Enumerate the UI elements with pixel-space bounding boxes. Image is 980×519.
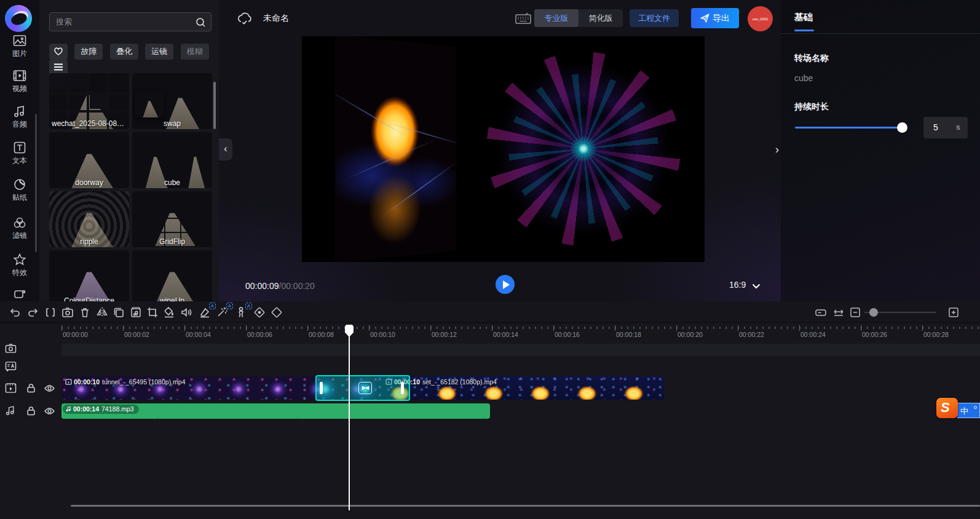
cloud-sync-icon[interactable] [237,11,253,25]
transition-item-wechat[interactable]: wechat_2025-08-08_1... [49,73,129,129]
empty-track-lane[interactable] [61,344,980,356]
search-icon[interactable] [196,17,206,28]
duration-slider[interactable] [795,127,903,129]
sidebar-item-images[interactable]: 图片 [0,34,39,66]
library-scrollbar[interactable] [213,82,216,129]
fit-timeline-button[interactable] [832,306,845,319]
video-preview-canvas[interactable] [302,36,705,262]
sidebar-scrollbar[interactable] [35,114,37,252]
transition-item-ripple[interactable]: ripple [49,191,129,247]
duplicate-button[interactable] [113,306,125,319]
delete-button[interactable] [79,306,91,319]
sidebar-item-audio[interactable]: 音频 [0,105,39,137]
audio-clip[interactable]: 00:00:1474188.mp3 [61,403,490,419]
timeline-ruler[interactable] [61,327,980,329]
star-icon [13,253,26,266]
export-button[interactable]: 导出 [691,8,739,28]
ai-badge: A [209,303,216,309]
transition-icon: ▶◀ [358,382,372,394]
track-view-button[interactable] [815,306,827,319]
track-headers [0,323,59,446]
user-avatar[interactable]: user_00001 [748,6,773,31]
filter-chip-camera-move[interactable]: 运镜 [145,44,173,60]
video-clip-sunset[interactable]: 00:00:10set_-_65182 (1080p).mp4 [377,376,664,400]
play-button[interactable] [496,275,515,294]
sidebar-item-videos[interactable]: 视频 [0,69,39,101]
record-track-icon[interactable] [5,343,17,356]
redo-button[interactable] [27,306,39,319]
ai-badge: A [245,303,252,309]
tab-basic[interactable]: 基础 [794,12,813,23]
chroma-fill-button[interactable] [163,306,175,319]
ai-badge: A [226,303,233,309]
timeline-zoom-slider[interactable] [864,312,936,313]
expand-panel-button[interactable]: › [771,140,783,159]
main-sidebar: 图片 视频 音频 文本 贴纸 滤镜 特效 [0,0,39,301]
sticker-icon [14,178,26,191]
search-input[interactable] [50,13,185,31]
preview-area: 未命名 专业版 简化版 工程文件 导出 user_00001 00:00:09/… [219,0,781,301]
favorites-chip[interactable] [49,44,68,60]
filter-chip-blur[interactable]: 模糊 [181,44,209,60]
zoom-in-button[interactable] [947,306,960,319]
sidebar-item-text[interactable]: 文本 [0,141,39,173]
snapshot-button[interactable] [61,306,74,319]
aspect-ratio-select[interactable]: 16:9 [729,280,761,290]
pro-mode-tab[interactable]: 专业版 [534,9,579,27]
ruler-label: 00:00:20 [678,331,703,338]
transition-name-label: 转场名称 [794,53,829,64]
transition-item-doorway[interactable]: doorway [49,132,129,188]
filter-chip-dissolve[interactable]: 叠化 [110,44,138,60]
audio-track-visibility-icon[interactable] [44,406,55,418]
crop-button[interactable] [146,306,159,319]
zoom-out-button[interactable] [849,306,861,319]
playhead-handle[interactable] [345,325,354,337]
keyboard-shortcuts-icon[interactable] [515,12,531,25]
transition-item-gridflip[interactable]: GridFlip [132,191,212,247]
simple-mode-tab[interactable]: 简化版 [579,9,623,27]
keyframe-button[interactable] [271,306,283,319]
transition-item-colourdistance[interactable]: ColourDistance [49,250,129,301]
ruler-label: 00:00:12 [432,331,457,338]
ruler-label: 00:00:16 [555,331,580,338]
playhead-line[interactable] [349,325,350,510]
transition-right-handle[interactable] [401,382,404,394]
project-files-button[interactable]: 工程文件 [630,9,679,27]
subtitle-track-icon[interactable] [5,361,17,374]
timeline-horizontal-scrollbar[interactable] [71,505,980,507]
video-track-icon[interactable] [5,382,17,396]
project-title[interactable]: 未命名 [263,13,289,24]
transition-item-cube[interactable]: cube [132,132,212,188]
sunset-glow [335,36,456,262]
transition-item-wipeup[interactable]: wipeUp [132,250,212,301]
sidebar-item-effects[interactable]: 特效 [0,253,39,285]
extract-audio-button[interactable] [130,306,142,319]
undo-button[interactable] [9,306,21,319]
volume-button[interactable] [180,306,192,319]
app-logo[interactable] [5,5,32,32]
duration-input[interactable]: 5 s [923,117,968,138]
playback-time: 00:00:09/00:00:20 [245,281,315,291]
add-keyframe-button[interactable] [253,306,266,319]
audio-track-lock-icon[interactable] [26,406,36,418]
selected-transition-cube[interactable]: ▶◀ [315,375,410,401]
slider-thumb[interactable] [897,122,907,133]
video-track-lock-icon[interactable] [26,383,36,395]
transition-item-swap[interactable]: swap [132,73,212,129]
hamburger-icon [53,63,63,71]
filter-chip-glitch[interactable]: 故障 [74,44,103,60]
split-clip-button[interactable] [44,306,57,319]
collapse-panel-button[interactable]: ‹ [219,138,232,160]
ruler-label: 00:00:00 [63,331,88,338]
sidebar-item-stickers[interactable]: 贴纸 [0,178,39,210]
transition-left-handle[interactable] [320,382,323,394]
zoom-slider-thumb[interactable] [869,308,878,317]
mirror-flip-button[interactable] [96,306,108,319]
ai-body-button[interactable]: A [235,306,247,319]
ai-wand-button[interactable]: A [216,306,228,319]
audio-track-icon[interactable] [6,405,15,418]
sidebar-item-filters[interactable]: 滤镜 [0,216,39,248]
sidebar-item-transitions[interactable] [0,288,39,301]
video-track-visibility-icon[interactable] [44,384,55,395]
ai-eraser-button[interactable]: A [199,306,211,319]
